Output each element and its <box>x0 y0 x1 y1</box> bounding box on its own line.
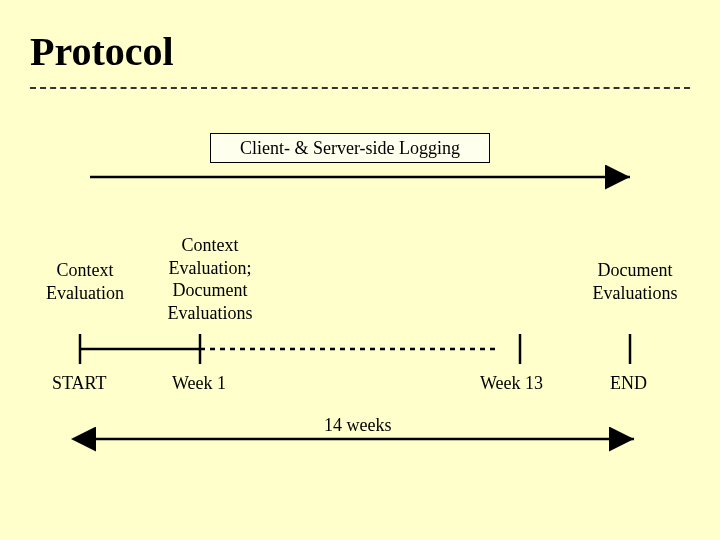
phase-end: Document Evaluations <box>575 259 695 304</box>
tick-label-week1: Week 1 <box>172 373 226 394</box>
duration-label: 14 weeks <box>320 415 395 436</box>
title-underline <box>30 87 690 89</box>
phase-start: Context Evaluation <box>30 259 140 304</box>
tick-label-end: END <box>610 373 647 394</box>
tick-label-week13: Week 13 <box>480 373 543 394</box>
protocol-diagram: Client- & Server-side Logging Context Ev… <box>30 129 690 489</box>
tick-label-start: START <box>52 373 106 394</box>
phase-week1: Context Evaluation; Document Evaluations <box>150 234 270 324</box>
page-title: Protocol <box>30 28 690 75</box>
